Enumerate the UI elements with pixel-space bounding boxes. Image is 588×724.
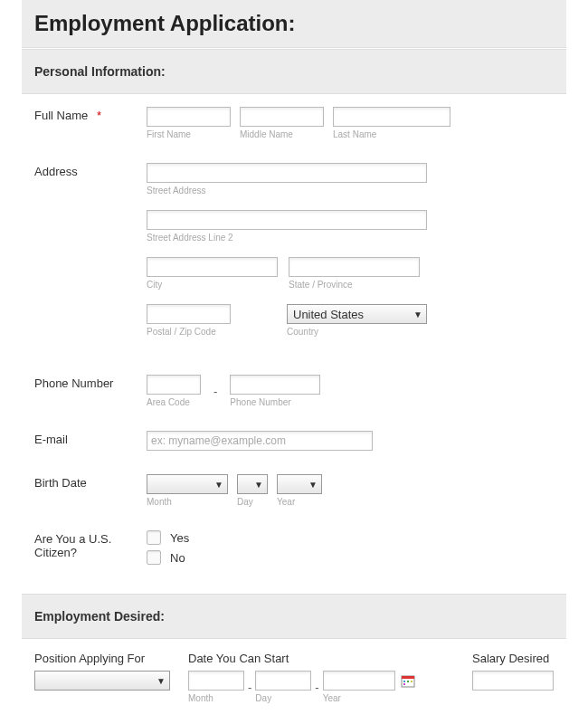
birth-day-select[interactable]: . ▼	[237, 474, 268, 494]
street2-sublabel: Street Address Line 2	[147, 233, 554, 243]
last-name-input[interactable]	[333, 107, 450, 127]
citizen-no-label: No	[170, 551, 185, 565]
citizen-yes-row: Yes	[147, 530, 554, 545]
employment-row1: Position Applying For . ▼ Date You Can S…	[34, 652, 554, 703]
field-position: Position Applying For . ▼	[34, 652, 170, 691]
calendar-icon[interactable]	[401, 673, 415, 688]
field-phone: Phone Number Area Code - Phone Number	[34, 375, 554, 407]
birth-year-sublabel: Year	[277, 497, 322, 507]
date-separator-2: -	[311, 681, 322, 694]
birth-month-select[interactable]: . ▼	[147, 474, 228, 494]
section-header-personal: Personal Information:	[22, 49, 566, 94]
label-email: E-mail	[34, 431, 147, 446]
address-inputs: Street Address Street Address Line 2 Cit…	[147, 163, 554, 351]
city-input[interactable]	[147, 257, 278, 277]
full-name-inputs: First Name Middle Name Last Name	[147, 107, 554, 139]
svg-rect-1	[402, 676, 414, 679]
street2-input[interactable]	[147, 210, 427, 230]
label-full-name-text: Full Name	[34, 109, 88, 122]
country-select-value: United States	[293, 308, 364, 321]
label-full-name: Full Name *	[34, 107, 147, 122]
salary-input[interactable]	[472, 671, 554, 691]
form-container: Employment Application: Personal Informa…	[22, 0, 566, 724]
svg-rect-3	[407, 681, 409, 682]
email-input-wrap	[147, 431, 554, 451]
street1-sublabel: Street Address	[147, 186, 554, 195]
start-year-sublabel: Year	[323, 693, 395, 703]
birth-month-sublabel: Month	[147, 497, 228, 507]
area-code-input[interactable]	[147, 375, 201, 395]
phone-separator: -	[210, 385, 221, 398]
label-birth-date: Birth Date	[34, 474, 147, 490]
page-title: Employment Application:	[22, 0, 566, 48]
postal-sublabel: Postal / Zip Code	[147, 327, 231, 337]
date-separator-1: -	[244, 681, 255, 694]
field-birth-date: Birth Date . ▼ Month . ▼ Day	[34, 474, 554, 507]
citizen-yes-checkbox[interactable]	[147, 530, 161, 545]
email-input[interactable]	[147, 431, 373, 451]
start-day-input[interactable]	[255, 671, 311, 691]
start-year-input[interactable]	[323, 671, 395, 691]
label-position: Position Applying For	[34, 652, 170, 665]
label-address: Address	[34, 163, 147, 178]
label-start-date: Date You Can Start	[188, 652, 415, 665]
city-sublabel: City	[147, 280, 278, 290]
svg-rect-5	[403, 683, 405, 685]
field-email: E-mail	[34, 431, 554, 451]
chevron-down-icon: ▼	[214, 480, 223, 490]
country-select[interactable]: United States ▼	[287, 304, 427, 324]
first-name-input[interactable]	[147, 107, 231, 127]
field-citizen: Are You a U.S. Citizen? Yes No	[34, 530, 554, 570]
phone-number-input[interactable]	[230, 375, 320, 395]
start-month-input[interactable]	[188, 671, 244, 691]
citizen-no-row: No	[147, 550, 554, 565]
start-day-sublabel: Day	[255, 693, 311, 703]
section-body-employment: Position Applying For . ▼ Date You Can S…	[22, 639, 566, 724]
position-select[interactable]: . ▼	[34, 671, 170, 691]
citizen-inputs: Yes No	[147, 530, 554, 570]
label-citizen: Are You a U.S. Citizen?	[34, 530, 147, 559]
first-name-sublabel: First Name	[147, 129, 231, 139]
middle-name-sublabel: Middle Name	[240, 129, 324, 139]
birth-day-sublabel: Day	[237, 497, 268, 507]
citizen-no-checkbox[interactable]	[147, 550, 161, 565]
label-phone: Phone Number	[34, 375, 147, 390]
field-start-date: Date You Can Start Month - Day - Year	[188, 652, 415, 703]
chevron-down-icon: ▼	[413, 310, 422, 319]
area-code-sublabel: Area Code	[147, 397, 201, 407]
label-salary: Salary Desired	[472, 652, 554, 665]
phone-inputs: Area Code - Phone Number	[147, 375, 554, 407]
country-sublabel: Country	[287, 327, 427, 337]
field-address: Address Street Address Street Address Li…	[34, 163, 554, 351]
chevron-down-icon: ▼	[156, 676, 166, 686]
svg-rect-2	[403, 681, 405, 682]
start-date-inputs: Month - Day - Year	[188, 671, 415, 703]
section-header-employment: Employment Desired:	[22, 594, 566, 639]
field-salary: Salary Desired	[472, 652, 554, 691]
postal-input[interactable]	[147, 304, 231, 324]
field-full-name: Full Name * First Name Middle Name Last …	[34, 107, 554, 139]
street1-input[interactable]	[147, 163, 427, 183]
svg-rect-4	[411, 681, 413, 682]
chevron-down-icon: ▼	[308, 480, 318, 490]
last-name-sublabel: Last Name	[333, 129, 450, 139]
phone-number-sublabel: Phone Number	[230, 397, 320, 407]
section-body-personal: Full Name * First Name Middle Name Last …	[22, 94, 566, 570]
birth-inputs: . ▼ Month . ▼ Day . ▼	[147, 474, 554, 507]
required-mark: *	[97, 109, 101, 122]
birth-year-select[interactable]: . ▼	[277, 474, 322, 494]
state-sublabel: State / Province	[289, 280, 420, 290]
state-input[interactable]	[289, 257, 420, 277]
citizen-yes-label: Yes	[170, 531, 189, 545]
start-month-sublabel: Month	[188, 693, 244, 703]
chevron-down-icon: ▼	[254, 480, 263, 490]
middle-name-input[interactable]	[240, 107, 324, 127]
